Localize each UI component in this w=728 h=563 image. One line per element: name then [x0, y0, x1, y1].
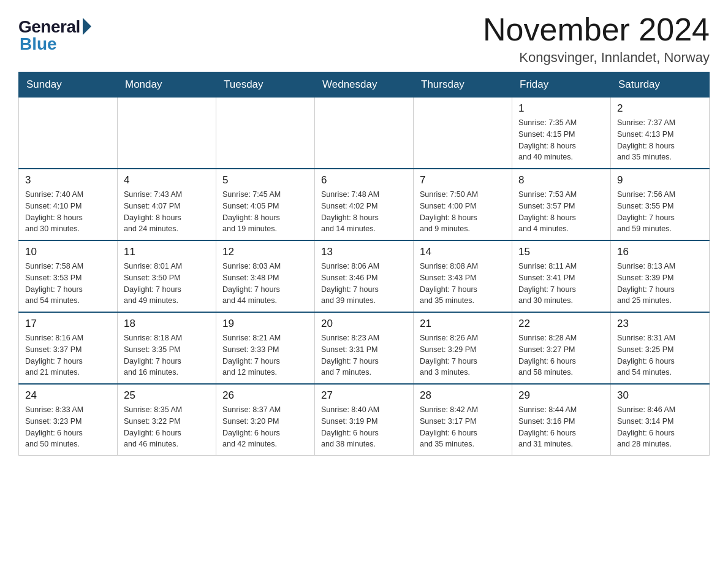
day-number: 16: [617, 246, 703, 258]
day-info: Sunrise: 7:37 AM Sunset: 4:13 PM Dayligh…: [617, 117, 703, 163]
cell-week4-day2: 19Sunrise: 8:21 AM Sunset: 3:33 PM Dayli…: [216, 312, 315, 384]
day-number: 29: [518, 389, 604, 402]
cell-week3-day1: 11Sunrise: 8:01 AM Sunset: 3:50 PM Dayli…: [118, 240, 216, 312]
week-row-1: 1Sunrise: 7:35 AM Sunset: 4:15 PM Daylig…: [19, 98, 710, 169]
day-number: 18: [124, 318, 210, 330]
month-year-title: November 2024: [483, 12, 710, 47]
day-number: 10: [25, 246, 111, 258]
cell-week5-day6: 30Sunrise: 8:46 AM Sunset: 3:14 PM Dayli…: [611, 384, 710, 456]
day-number: 4: [124, 174, 210, 186]
day-number: 19: [222, 318, 308, 330]
day-number: 6: [321, 174, 407, 186]
cell-week3-day0: 10Sunrise: 7:58 AM Sunset: 3:53 PM Dayli…: [19, 240, 118, 312]
cell-week5-day4: 28Sunrise: 8:42 AM Sunset: 3:17 PM Dayli…: [414, 384, 512, 456]
day-info: Sunrise: 7:53 AM Sunset: 3:57 PM Dayligh…: [518, 189, 604, 235]
day-info: Sunrise: 8:13 AM Sunset: 3:39 PM Dayligh…: [617, 261, 703, 307]
day-info: Sunrise: 8:06 AM Sunset: 3:46 PM Dayligh…: [321, 261, 407, 307]
day-number: 14: [420, 246, 506, 258]
cell-week1-day5: 1Sunrise: 7:35 AM Sunset: 4:15 PM Daylig…: [512, 98, 611, 169]
cell-week4-day1: 18Sunrise: 8:18 AM Sunset: 3:35 PM Dayli…: [118, 312, 216, 384]
header-thursday: Thursday: [414, 72, 512, 98]
day-number: 26: [222, 389, 308, 402]
day-number: 30: [617, 389, 703, 402]
cell-week5-day2: 26Sunrise: 8:37 AM Sunset: 3:20 PM Dayli…: [216, 384, 315, 456]
day-number: 27: [321, 389, 407, 402]
day-number: 3: [25, 174, 111, 186]
day-number: 20: [321, 318, 407, 330]
day-info: Sunrise: 8:16 AM Sunset: 3:37 PM Dayligh…: [25, 332, 111, 378]
day-number: 28: [420, 389, 506, 402]
cell-week2-day2: 5Sunrise: 7:45 AM Sunset: 4:05 PM Daylig…: [216, 169, 315, 240]
cell-week3-day6: 16Sunrise: 8:13 AM Sunset: 3:39 PM Dayli…: [611, 240, 710, 312]
day-info: Sunrise: 7:35 AM Sunset: 4:15 PM Dayligh…: [518, 117, 604, 163]
day-info: Sunrise: 7:43 AM Sunset: 4:07 PM Dayligh…: [124, 189, 210, 235]
cell-week1-day0: [19, 98, 118, 169]
header-tuesday: Tuesday: [216, 72, 315, 98]
day-info: Sunrise: 8:23 AM Sunset: 3:31 PM Dayligh…: [321, 332, 407, 378]
day-info: Sunrise: 8:44 AM Sunset: 3:16 PM Dayligh…: [518, 404, 604, 450]
cell-week5-day1: 25Sunrise: 8:35 AM Sunset: 3:22 PM Dayli…: [118, 384, 216, 456]
header-wednesday: Wednesday: [315, 72, 414, 98]
day-info: Sunrise: 8:35 AM Sunset: 3:22 PM Dayligh…: [124, 404, 210, 450]
day-info: Sunrise: 8:28 AM Sunset: 3:27 PM Dayligh…: [518, 332, 604, 378]
header-friday: Friday: [512, 72, 611, 98]
cell-week2-day5: 8Sunrise: 7:53 AM Sunset: 3:57 PM Daylig…: [512, 169, 611, 240]
day-info: Sunrise: 8:08 AM Sunset: 3:43 PM Dayligh…: [420, 261, 506, 307]
cell-week1-day1: [118, 98, 216, 169]
week-row-4: 17Sunrise: 8:16 AM Sunset: 3:37 PM Dayli…: [19, 312, 710, 384]
cell-week4-day3: 20Sunrise: 8:23 AM Sunset: 3:31 PM Dayli…: [315, 312, 414, 384]
cell-week2-day0: 3Sunrise: 7:40 AM Sunset: 4:10 PM Daylig…: [19, 169, 118, 240]
logo: General Blue: [18, 12, 91, 54]
cell-week4-day5: 22Sunrise: 8:28 AM Sunset: 3:27 PM Dayli…: [512, 312, 611, 384]
logo-blue-text: Blue: [20, 34, 57, 54]
day-info: Sunrise: 7:50 AM Sunset: 4:00 PM Dayligh…: [420, 189, 506, 235]
header: General Blue November 2024 Kongsvinger, …: [18, 12, 710, 66]
cell-week1-day4: [414, 98, 512, 169]
day-number: 13: [321, 246, 407, 258]
cell-week2-day6: 9Sunrise: 7:56 AM Sunset: 3:55 PM Daylig…: [611, 169, 710, 240]
day-info: Sunrise: 8:40 AM Sunset: 3:19 PM Dayligh…: [321, 404, 407, 450]
day-number: 24: [25, 389, 111, 402]
day-number: 5: [222, 174, 308, 186]
cell-week1-day3: [315, 98, 414, 169]
day-number: 11: [124, 246, 210, 258]
cell-week3-day3: 13Sunrise: 8:06 AM Sunset: 3:46 PM Dayli…: [315, 240, 414, 312]
day-number: 8: [518, 174, 604, 186]
header-monday: Monday: [118, 72, 216, 98]
day-number: 1: [518, 102, 604, 115]
day-info: Sunrise: 8:18 AM Sunset: 3:35 PM Dayligh…: [124, 332, 210, 378]
day-info: Sunrise: 8:33 AM Sunset: 3:23 PM Dayligh…: [25, 404, 111, 450]
day-info: Sunrise: 8:37 AM Sunset: 3:20 PM Dayligh…: [222, 404, 308, 450]
week-row-3: 10Sunrise: 7:58 AM Sunset: 3:53 PM Dayli…: [19, 240, 710, 312]
day-info: Sunrise: 7:58 AM Sunset: 3:53 PM Dayligh…: [25, 261, 111, 307]
day-info: Sunrise: 7:48 AM Sunset: 4:02 PM Dayligh…: [321, 189, 407, 235]
day-number: 22: [518, 318, 604, 330]
day-number: 21: [420, 318, 506, 330]
day-info: Sunrise: 8:01 AM Sunset: 3:50 PM Dayligh…: [124, 261, 210, 307]
day-info: Sunrise: 8:46 AM Sunset: 3:14 PM Dayligh…: [617, 404, 703, 450]
day-info: Sunrise: 7:45 AM Sunset: 4:05 PM Dayligh…: [222, 189, 308, 235]
cell-week4-day0: 17Sunrise: 8:16 AM Sunset: 3:37 PM Dayli…: [19, 312, 118, 384]
day-number: 12: [222, 246, 308, 258]
cell-week2-day4: 7Sunrise: 7:50 AM Sunset: 4:00 PM Daylig…: [414, 169, 512, 240]
day-number: 7: [420, 174, 506, 186]
day-info: Sunrise: 8:21 AM Sunset: 3:33 PM Dayligh…: [222, 332, 308, 378]
logo-triangle-icon: [83, 18, 91, 35]
day-info: Sunrise: 8:42 AM Sunset: 3:17 PM Dayligh…: [420, 404, 506, 450]
cell-week3-day5: 15Sunrise: 8:11 AM Sunset: 3:41 PM Dayli…: [512, 240, 611, 312]
day-number: 9: [617, 174, 703, 186]
title-area: November 2024 Kongsvinger, Innlandet, No…: [483, 12, 710, 66]
cell-week4-day6: 23Sunrise: 8:31 AM Sunset: 3:25 PM Dayli…: [611, 312, 710, 384]
calendar-table: Sunday Monday Tuesday Wednesday Thursday…: [18, 72, 710, 456]
day-number: 23: [617, 318, 703, 330]
day-info: Sunrise: 8:03 AM Sunset: 3:48 PM Dayligh…: [222, 261, 308, 307]
cell-week4-day4: 21Sunrise: 8:26 AM Sunset: 3:29 PM Dayli…: [414, 312, 512, 384]
week-row-5: 24Sunrise: 8:33 AM Sunset: 3:23 PM Dayli…: [19, 384, 710, 456]
cell-week2-day3: 6Sunrise: 7:48 AM Sunset: 4:02 PM Daylig…: [315, 169, 414, 240]
cell-week1-day6: 2Sunrise: 7:37 AM Sunset: 4:13 PM Daylig…: [611, 98, 710, 169]
header-sunday: Sunday: [19, 72, 118, 98]
weekday-header-row: Sunday Monday Tuesday Wednesday Thursday…: [19, 72, 710, 98]
cell-week5-day0: 24Sunrise: 8:33 AM Sunset: 3:23 PM Dayli…: [19, 384, 118, 456]
day-info: Sunrise: 8:31 AM Sunset: 3:25 PM Dayligh…: [617, 332, 703, 378]
cell-week2-day1: 4Sunrise: 7:43 AM Sunset: 4:07 PM Daylig…: [118, 169, 216, 240]
